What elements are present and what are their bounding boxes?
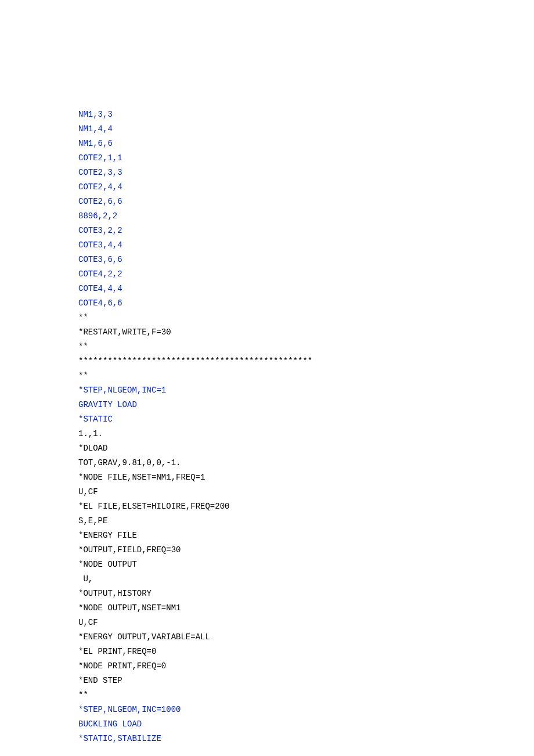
- code-line: *RESTART,WRITE,F=30: [78, 325, 534, 340]
- code-line: COTE2,4,4: [78, 180, 534, 195]
- code-line: NM1,3,3: [78, 107, 534, 122]
- code-line: *STEP,NLGEOM,INC=1000: [78, 703, 534, 717]
- code-line: **: [78, 340, 534, 354]
- code-line: U,CF: [78, 615, 534, 630]
- code-line: *OUTPUT,FIELD,FREQ=30: [78, 543, 534, 557]
- code-line: *STEP,NLGEOM,INC=1: [78, 383, 534, 398]
- code-line: S,E,PE: [78, 514, 534, 528]
- code-line: COTE2,1,1: [78, 151, 534, 165]
- code-line: COTE3,2,2: [78, 224, 534, 238]
- code-line: COTE3,6,6: [78, 253, 534, 267]
- code-line: BUCKLING LOAD: [78, 717, 534, 732]
- code-line: *NODE PRINT,FREQ=0: [78, 659, 534, 674]
- code-line: *DLOAD: [78, 441, 534, 456]
- code-line: *NODE OUTPUT,NSET=NM1: [78, 601, 534, 615]
- code-line: *NODE FILE,NSET=NM1,FREQ=1: [78, 470, 534, 485]
- code-line: COTE4,2,2: [78, 267, 534, 282]
- code-line: TOT,GRAV,9.81,0,0,-1.: [78, 456, 534, 470]
- code-line: *ENERGY OUTPUT,VARIABLE=ALL: [78, 630, 534, 645]
- code-line: COTE3,4,4: [78, 238, 534, 253]
- code-line: *EL FILE,ELSET=HILOIRE,FREQ=200: [78, 499, 534, 514]
- code-line: **: [78, 311, 534, 325]
- code-line: NM1,4,4: [78, 122, 534, 136]
- code-line: COTE4,4,4: [78, 282, 534, 296]
- code-line: COTE2,6,6: [78, 195, 534, 209]
- code-line: *END STEP: [78, 674, 534, 688]
- code-line: U,CF: [78, 485, 534, 499]
- code-line: *ENERGY FILE: [78, 528, 534, 543]
- code-line: **: [78, 369, 534, 383]
- code-line: *NODE OUTPUT: [78, 557, 534, 572]
- code-line: ****************************************…: [78, 354, 534, 369]
- code-line: NM1,6,6: [78, 136, 534, 151]
- code-line: *EL PRINT,FREQ=0: [78, 645, 534, 659]
- code-line: *STATIC: [78, 412, 534, 427]
- code-line: 8896,2,2: [78, 209, 534, 224]
- code-line: 1.,1.: [78, 427, 534, 441]
- code-line: COTE2,3,3: [78, 165, 534, 180]
- code-line: *OUTPUT,HISTORY: [78, 586, 534, 601]
- code-line: **: [78, 688, 534, 703]
- code-line: COTE4,6,6: [78, 296, 534, 311]
- code-listing: NM1,3,3NM1,4,4NM1,6,6COTE2,1,1COTE2,3,3C…: [78, 107, 534, 746]
- code-line: GRAVITY LOAD: [78, 398, 534, 412]
- code-line: U,: [78, 572, 534, 586]
- code-line: *STATIC,STABILIZE: [78, 732, 534, 746]
